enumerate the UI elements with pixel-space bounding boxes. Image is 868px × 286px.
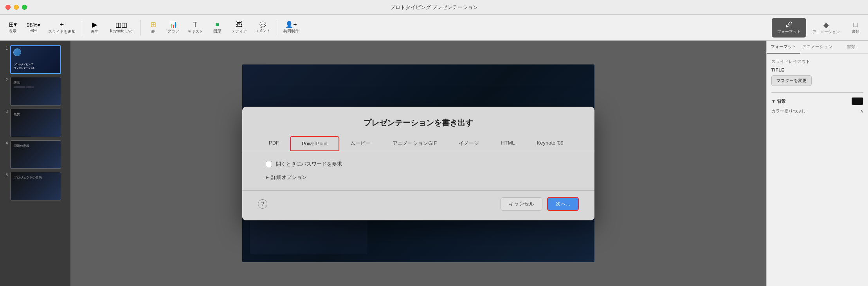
play-icon: ▶ xyxy=(92,21,97,28)
add-slide-button[interactable]: + スライドを追加 xyxy=(45,20,79,36)
slide-thumb-title: プロトタイピングプレゼンテーション xyxy=(14,63,35,70)
media-button[interactable]: 🖼 メディア xyxy=(228,20,250,36)
tab-animatedgif[interactable]: アニメーションGIF xyxy=(382,136,448,151)
canvas-area: プレゼンテーションを書き出す PDF PowerPoint ムービー アニメーシ… xyxy=(70,41,766,286)
tab-pdf[interactable]: PDF xyxy=(258,136,290,151)
tab-format[interactable]: フォーマット xyxy=(767,41,800,54)
color-fill-row: カラー塗りつぶし ∧ xyxy=(771,108,863,114)
background-section: ▼ 背景 カラー塗りつぶし ∧ xyxy=(771,92,863,114)
view-button[interactable]: ⊞▾ 表示 xyxy=(3,20,22,36)
slide-thumb-title: 表示 xyxy=(14,80,58,85)
tab-document[interactable]: 書類 xyxy=(834,41,868,54)
list-item[interactable]: 3 概要 xyxy=(0,107,70,139)
keynote-live-label: Keynote Live xyxy=(110,29,133,33)
export-dialog: プレゼンテーションを書き出す PDF PowerPoint ムービー アニメーシ… xyxy=(242,107,594,220)
comment-icon: 💬 xyxy=(259,22,266,27)
zoom-label: 98% xyxy=(30,29,38,33)
keynote-live-button[interactable]: ◫◫ Keynote Live xyxy=(106,20,137,35)
list-item[interactable]: 2 表示 xyxy=(0,75,70,107)
view-icon: ⊞▾ xyxy=(9,21,17,28)
background-color-swatch[interactable] xyxy=(852,97,863,105)
slide-thumbnail[interactable]: プロトタイピングプレゼンテーション xyxy=(10,45,61,74)
triangle-icon: ▶ xyxy=(266,175,269,179)
tab-keynote09[interactable]: Keynote '09 xyxy=(526,136,574,151)
modal-title: プレゼンテーションを書き出す xyxy=(364,118,473,127)
slide-panel: 1 プロトタイピングプレゼンテーション 2 表示 xyxy=(0,41,70,286)
next-button[interactable]: 次へ... xyxy=(547,197,579,211)
tab-html[interactable]: HTML xyxy=(490,136,526,151)
shape-button[interactable]: ■ 図形 xyxy=(208,20,227,36)
modal-body: 開くときにパスワードを要求 ▶ 詳細オプション xyxy=(242,151,594,190)
share-label: 共同制作 xyxy=(283,29,299,34)
animation-icon: ◆ xyxy=(823,21,829,29)
minimize-button[interactable] xyxy=(14,5,19,10)
maximize-button[interactable] xyxy=(22,5,27,10)
close-button[interactable] xyxy=(5,5,11,10)
tab-powerpoint[interactable]: PowerPoint xyxy=(290,136,339,151)
list-item[interactable]: 5 プロジェクトの目的 xyxy=(0,170,70,202)
tab-movie[interactable]: ムービー xyxy=(339,136,382,151)
password-checkbox[interactable] xyxy=(266,161,272,167)
play-label: 再生 xyxy=(91,29,99,34)
window-title: プロトタイピング プレゼンテーション xyxy=(390,4,478,11)
detail-option-row[interactable]: ▶ 詳細オプション xyxy=(266,174,571,181)
media-label: メディア xyxy=(231,29,247,34)
main-area: 1 プロトタイピングプレゼンテーション 2 表示 xyxy=(0,41,868,286)
divider-2 xyxy=(140,20,140,36)
right-panel-content: スライドレイアウト TITLE マスターを変更 ▼ 背景 カラー塗りつぶし ∧ xyxy=(767,54,868,286)
view-label: 表示 xyxy=(9,29,16,34)
table-icon: ⊞ xyxy=(150,21,156,28)
list-item[interactable]: 4 問題の定義 xyxy=(0,139,70,170)
change-master-button[interactable]: マスターを変更 xyxy=(771,75,812,86)
text-button[interactable]: T テキスト xyxy=(184,20,206,36)
zoom-button[interactable]: 98%▾ 98% xyxy=(23,21,43,34)
password-option-row: 開くときにパスワードを要求 xyxy=(266,161,571,168)
slide-thumb-title: 問題の定義 xyxy=(14,144,58,148)
chart-button[interactable]: 📊 グラフ xyxy=(164,20,183,36)
text-label: テキスト xyxy=(187,29,203,34)
right-panel: フォーマット アニメーション 書類 スライドレイアウト TITLE マスターを変… xyxy=(766,41,868,286)
format-panel-button[interactable]: 🖊 フォーマット xyxy=(772,18,806,38)
help-button[interactable]: ? xyxy=(258,199,267,209)
format-icon: 🖊 xyxy=(785,21,792,29)
modal-tabs: PDF PowerPoint ムービー アニメーションGIF イメージ xyxy=(242,136,594,151)
slide-thumbnail[interactable]: 問題の定義 xyxy=(10,140,61,169)
share-button[interactable]: 👤+ 共同制作 xyxy=(280,20,302,36)
table-button[interactable]: ⊞ 表 xyxy=(144,20,162,36)
list-item[interactable]: 1 プロトタイピングプレゼンテーション xyxy=(0,44,70,75)
table-label: 表 xyxy=(151,29,155,34)
media-icon: 🖼 xyxy=(236,21,242,28)
animation-panel-button[interactable]: ◆ アニメーション xyxy=(807,18,845,38)
tab-animation[interactable]: アニメーション xyxy=(800,41,834,54)
document-panel-button[interactable]: □ 書類 xyxy=(846,18,865,38)
detail-label: 詳細オプション xyxy=(271,174,307,181)
play-button[interactable]: ▶ 再生 xyxy=(85,20,104,36)
slide-thumbnail[interactable]: プロジェクトの目的 xyxy=(10,172,61,200)
slide-thumbnail[interactable]: 概要 xyxy=(10,109,61,137)
title-bar: プロトタイピング プレゼンテーション xyxy=(0,0,868,15)
toolbar: ⊞▾ 表示 98%▾ 98% + スライドを追加 ▶ 再生 ◫◫ Keynote… xyxy=(0,15,868,41)
add-slide-label: スライドを追加 xyxy=(48,29,76,34)
password-label: 開くときにパスワードを要求 xyxy=(276,161,342,168)
traffic-lights xyxy=(5,5,27,10)
add-slide-icon: + xyxy=(60,21,64,28)
divider-1 xyxy=(82,20,82,36)
document-icon: □ xyxy=(854,21,858,29)
slide-number: 3 xyxy=(3,109,8,114)
shape-icon: ■ xyxy=(215,21,219,28)
slide-number: 4 xyxy=(3,140,8,145)
chart-label: グラフ xyxy=(167,29,179,34)
modal-header: プレゼンテーションを書き出す xyxy=(242,107,594,136)
share-icon: 👤+ xyxy=(285,21,297,28)
comment-button[interactable]: 💬 コメント xyxy=(252,20,274,35)
background-section-header: ▼ 背景 xyxy=(771,97,863,105)
color-fill-arrow[interactable]: ∧ xyxy=(860,109,863,114)
comment-label: コメント xyxy=(255,28,270,34)
slide-layout-label: スライドレイアウト xyxy=(771,59,863,64)
background-title: 背景 xyxy=(777,98,786,104)
cancel-button[interactable]: キャンセル xyxy=(501,197,542,211)
shape-label: 図形 xyxy=(213,29,221,34)
slide-thumbnail[interactable]: 表示 xyxy=(10,77,61,105)
text-icon: T xyxy=(193,21,198,28)
tab-image[interactable]: イメージ xyxy=(448,136,490,151)
